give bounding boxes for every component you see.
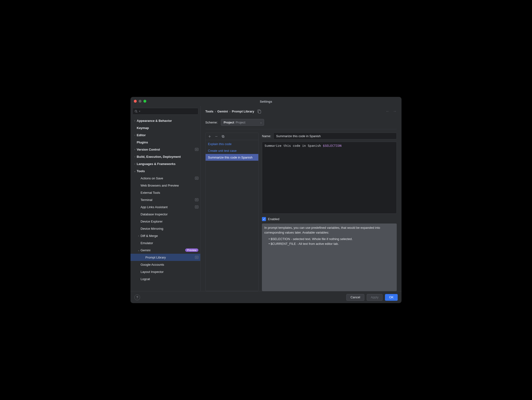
name-row: Name:: [262, 133, 397, 139]
titlebar: Settings: [131, 97, 401, 106]
sidebar-item-build-execution-deployment[interactable]: ›Build, Execution, Deployment: [131, 153, 200, 160]
modified-icon: [195, 256, 198, 259]
chevron-icon: ›: [137, 235, 140, 237]
sidebar-item-label: Device Mirroring: [140, 227, 198, 230]
name-label: Name:: [262, 134, 271, 138]
ok-button[interactable]: OK: [385, 294, 398, 301]
prompt-item[interactable]: Explain this code: [206, 140, 258, 147]
apply-button[interactable]: Apply: [367, 294, 383, 301]
prompt-body[interactable]: Summarize this code in Spanish $SELECTIO…: [262, 142, 397, 214]
sidebar-item-gemini[interactable]: ⌄GeminiPreview: [131, 247, 200, 254]
chevron-icon: ›: [133, 163, 137, 165]
sidebar-item-app-links-assistant[interactable]: App Links Assistant: [131, 203, 200, 210]
sidebar-item-database-inspector[interactable]: Database Inspector: [131, 210, 200, 218]
sidebar-item-external-tools[interactable]: External Tools: [131, 189, 200, 196]
breadcrumb-seg[interactable]: Gemini: [217, 110, 228, 113]
sidebar-item-label: Layout Inspector: [140, 270, 198, 274]
scheme-select[interactable]: Project Project ⌄: [221, 119, 264, 126]
forward-icon[interactable]: →: [393, 109, 397, 114]
prompt-item[interactable]: Create unit test case: [206, 147, 258, 154]
sidebar-item-label: Appearance & Behavior: [137, 119, 198, 122]
sidebar-item-label: Gemini: [140, 248, 184, 252]
settings-tree: ›Appearance & BehaviorKeymap›EditorPlugi…: [131, 116, 200, 291]
help-item: $SELECTION - selected text. Whole file i…: [269, 237, 394, 241]
zoom-icon[interactable]: [143, 100, 146, 103]
sidebar-item-device-mirroring[interactable]: Device Mirroring: [131, 225, 200, 232]
sidebar-item-label: Prompt Library: [145, 256, 194, 259]
content: ▾ ›Appearance & BehaviorKeymap›EditorPlu…: [131, 106, 401, 291]
search-input[interactable]: ▾: [133, 108, 198, 115]
nav-arrows: ← →: [386, 109, 397, 114]
sidebar-item-device-explorer[interactable]: Device Explorer: [131, 218, 200, 225]
chevron-icon: ›: [133, 134, 137, 136]
back-icon[interactable]: ←: [386, 109, 390, 114]
chevron-icon: ⌄: [133, 170, 137, 172]
sidebar-item-languages-frameworks[interactable]: ›Languages & Frameworks: [131, 160, 200, 167]
sidebar-item-label: Version Control: [137, 148, 194, 151]
chevron-icon: ›: [133, 148, 137, 151]
breadcrumb: Tools › Gemini › Prompt Library ← →: [205, 106, 397, 117]
footer: ? Cancel Apply OK: [131, 291, 401, 303]
sidebar-item-label: Plugins: [137, 140, 198, 144]
sidebar-item-google-accounts[interactable]: Google Accounts: [131, 261, 200, 268]
sidebar-item-appearance-behavior[interactable]: ›Appearance & Behavior: [131, 117, 200, 124]
breadcrumb-seg[interactable]: Tools: [205, 110, 214, 113]
sidebar-item-version-control[interactable]: ›Version Control: [131, 146, 200, 153]
sidebar-item-layout-inspector[interactable]: Layout Inspector: [131, 268, 200, 275]
sidebar-item-web-browsers-and-preview[interactable]: Web Browsers and Preview: [131, 182, 200, 189]
svg-line-1: [136, 112, 137, 113]
prompt-list-panel: Explain this codeCreate unit test caseSu…: [205, 133, 259, 291]
remove-icon[interactable]: [215, 135, 218, 138]
copy-icon[interactable]: [222, 135, 225, 138]
sidebar: ▾ ›Appearance & BehaviorKeymap›EditorPlu…: [131, 106, 201, 291]
sidebar-item-editor[interactable]: ›Editor: [131, 131, 200, 139]
scheme-row: Scheme: Project Project ⌄: [205, 117, 397, 129]
svg-point-0: [135, 110, 137, 112]
sidebar-item-label: External Tools: [140, 191, 198, 195]
sidebar-item-label: Actions on Save: [140, 177, 194, 180]
close-icon[interactable]: [134, 100, 137, 103]
modified-icon: [195, 148, 198, 151]
editor-row: Explain this codeCreate unit test caseSu…: [205, 133, 397, 291]
sidebar-item-label: Web Browsers and Preview: [140, 184, 198, 187]
breadcrumb-seg[interactable]: Prompt Library: [232, 110, 254, 113]
enabled-checkbox[interactable]: ✓: [262, 217, 266, 221]
sidebar-item-label: Editor: [137, 133, 198, 137]
modified-icon: [195, 198, 198, 201]
sidebar-item-prompt-library[interactable]: Prompt Library: [131, 254, 200, 261]
copy-icon[interactable]: [258, 110, 261, 113]
sidebar-item-keymap[interactable]: Keymap: [131, 124, 200, 131]
sidebar-item-logcat[interactable]: Logcat: [131, 275, 200, 282]
sidebar-item-label: Terminal: [140, 198, 194, 202]
name-input[interactable]: [273, 133, 397, 139]
modified-icon: [195, 177, 198, 180]
sidebar-item-diff-merge[interactable]: ›Diff & Merge: [131, 232, 200, 239]
search-icon: [134, 110, 138, 113]
sidebar-item-label: Diff & Merge: [140, 234, 198, 238]
svg-rect-6: [222, 135, 223, 137]
prompt-item[interactable]: Summarize this code in Spanish: [206, 154, 258, 161]
sidebar-item-label: Emulator: [140, 241, 198, 245]
sidebar-item-terminal[interactable]: Terminal: [131, 196, 200, 203]
window-title: Settings: [131, 100, 401, 103]
help-button[interactable]: ?: [134, 294, 140, 300]
sidebar-item-label: Languages & Frameworks: [137, 162, 198, 166]
chevron-icon: ›: [133, 155, 137, 158]
sidebar-item-emulator[interactable]: Emulator: [131, 239, 200, 247]
cancel-button[interactable]: Cancel: [346, 294, 364, 301]
main-panel: Tools › Gemini › Prompt Library ← → Sche…: [201, 106, 401, 291]
sidebar-item-plugins[interactable]: Plugins: [131, 139, 200, 146]
prompt-body-variable: $SELECTION: [323, 144, 342, 147]
sidebar-item-label: Device Explorer: [140, 220, 198, 223]
sidebar-item-tools[interactable]: ⌄Tools: [131, 167, 200, 175]
breadcrumb-sep: ›: [229, 110, 230, 113]
sidebar-item-label: App Links Assistant: [140, 205, 194, 209]
list-toolbar: [206, 133, 258, 140]
sidebar-item-actions-on-save[interactable]: Actions on Save: [131, 175, 200, 182]
svg-rect-5: [222, 136, 224, 137]
minimize-icon[interactable]: [139, 100, 141, 103]
prompt-items: Explain this codeCreate unit test caseSu…: [206, 140, 258, 291]
chevron-icon: ›: [133, 120, 137, 122]
help-box: In prompt templates, you can use predefi…: [262, 223, 397, 291]
add-icon[interactable]: [208, 135, 211, 138]
